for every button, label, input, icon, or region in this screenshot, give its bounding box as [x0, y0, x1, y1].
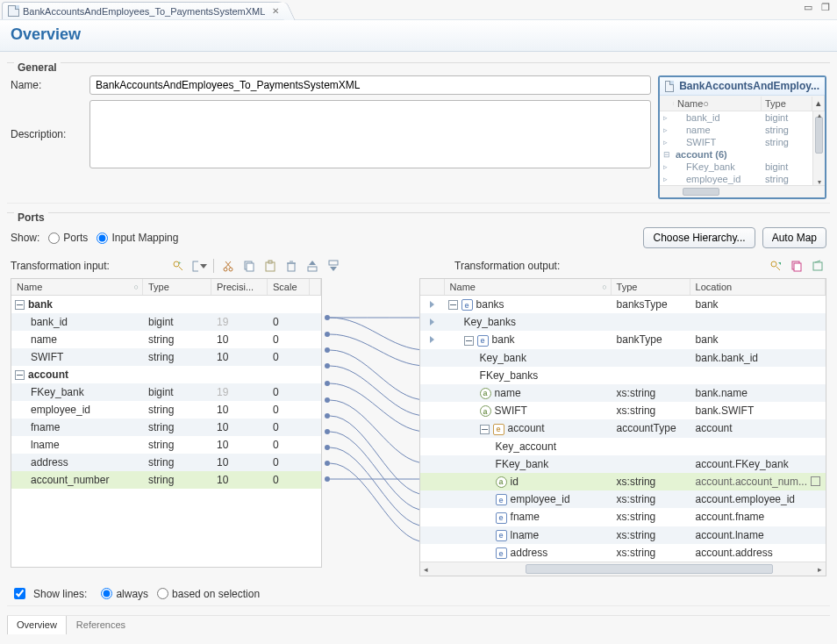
delete-icon[interactable] — [283, 257, 300, 275]
svg-point-20 — [771, 261, 776, 267]
copy-icon[interactable] — [240, 257, 258, 275]
element-icon: e — [461, 299, 473, 311]
collapse-icon[interactable] — [15, 300, 25, 310]
output-row[interactable]: elnamexs:stringaccount.lname — [420, 526, 826, 544]
show-ports-radio[interactable]: Ports — [48, 232, 88, 244]
element-icon: e — [477, 335, 489, 347]
output-horizontal-scrollbar[interactable]: ◂▸ — [420, 562, 826, 576]
output-row[interactable]: aidxs:stringaccount.account_num... — [420, 473, 826, 490]
name-input[interactable] — [89, 75, 651, 95]
new-icon[interactable] — [190, 257, 208, 275]
tab-overview[interactable]: Overview — [7, 616, 67, 634]
copy-output-icon[interactable] — [788, 257, 805, 275]
output-row[interactable]: anamexs:stringbank.name — [420, 384, 826, 402]
output-row[interactable]: FKey_bankaccount.FKey_bank — [420, 455, 826, 473]
tab-references[interactable]: References — [67, 616, 135, 634]
cut-icon[interactable] — [219, 257, 237, 275]
description-input[interactable] — [89, 100, 651, 168]
transformation-input-label: Transformation input: — [11, 260, 110, 272]
output-row[interactable]: ebankbankTypebank — [420, 331, 826, 348]
find-icon[interactable]: + — [169, 257, 187, 275]
input-row[interactable]: employee_idstring100 — [11, 401, 321, 419]
lines-always-radio[interactable]: always — [101, 588, 148, 600]
output-grid[interactable]: Name○ Type Location ebanksbanksTypebankK… — [419, 278, 826, 576]
show-input-mapping-radio[interactable]: Input Mapping — [97, 232, 178, 244]
svg-rect-10 — [247, 263, 254, 271]
sort-icon: ○ — [703, 98, 709, 109]
output-row[interactable]: eaccountaccountTypeaccount — [420, 419, 826, 437]
schema-item[interactable]: ▹SWIFTstring — [660, 136, 825, 148]
output-col-type[interactable]: Type — [612, 279, 690, 295]
output-row[interactable]: FKey_banks — [420, 367, 826, 384]
input-row[interactable]: SWIFTstring100 — [11, 348, 321, 366]
input-grid[interactable]: Name○ Type Precisi... Scale bankbank_idb… — [11, 278, 322, 568]
output-row[interactable]: efnamexs:stringaccount.fname — [420, 508, 826, 526]
svg-rect-25 — [813, 262, 822, 270]
show-lines-checkbox[interactable]: Show lines: — [11, 585, 87, 602]
input-row[interactable]: addressstring100 — [11, 454, 321, 471]
edit-location-icon[interactable] — [811, 476, 820, 486]
output-toolbar — [767, 257, 826, 275]
schema-item[interactable]: ▹bank_idbigint — [660, 111, 825, 124]
schema-horizontal-scrollbar[interactable] — [660, 185, 825, 197]
input-row[interactable]: lnamestring100 — [11, 436, 321, 454]
input-row[interactable]: bank_idbigint190 — [11, 313, 321, 331]
schema-col-up[interactable]: ▴ — [812, 96, 825, 111]
element-icon: e — [496, 494, 507, 505]
output-row[interactable]: Key_bankbank.bank_id — [420, 349, 826, 367]
input-toolbar: + — [169, 257, 342, 275]
svg-point-37 — [325, 476, 330, 482]
input-group-row[interactable]: bank — [11, 296, 321, 313]
schema-vertical-scrollbar[interactable]: ▴▾ — [812, 111, 825, 185]
schema-item[interactable]: ▹FKey_bankbigint — [660, 161, 825, 173]
input-row[interactable]: namestring100 — [11, 331, 321, 348]
output-row[interactable]: eemployee_idxs:stringaccount.employee_id — [420, 490, 826, 508]
ports-section-title: Ports — [14, 211, 48, 224]
maximize-icon[interactable]: ❐ — [821, 2, 830, 13]
attribute-icon: a — [480, 388, 491, 399]
svg-point-33 — [325, 413, 330, 419]
auto-map-button[interactable]: Auto Map — [762, 227, 826, 248]
clear-output-icon[interactable] — [809, 257, 826, 275]
schema-group[interactable]: ⊟account (6) — [660, 148, 825, 161]
output-row[interactable]: Key_account — [420, 438, 826, 455]
svg-rect-16 — [308, 267, 317, 271]
attribute-icon: a — [480, 405, 491, 417]
svg-rect-24 — [794, 263, 801, 271]
input-col-name[interactable]: Name○ — [11, 279, 143, 295]
input-col-type[interactable]: Type — [143, 279, 211, 295]
paste-icon[interactable] — [261, 257, 279, 275]
choose-hierarchy-button[interactable]: Choose Hierarchy... — [643, 227, 755, 248]
find-output-icon[interactable] — [767, 257, 784, 275]
ports-section: Ports Show: Ports Input Mapping Choose H… — [7, 212, 830, 606]
schema-item[interactable]: ▹employee_idstring — [660, 173, 825, 185]
move-down-icon[interactable] — [325, 257, 342, 275]
collapse-icon[interactable] — [464, 336, 474, 346]
schema-col-type[interactable]: Type — [762, 97, 812, 111]
input-row[interactable]: fnamestring100 — [11, 419, 321, 436]
collapse-icon[interactable] — [448, 300, 458, 310]
collapse-icon[interactable] — [15, 370, 25, 380]
input-group-row[interactable]: account — [11, 366, 321, 383]
output-col-name[interactable]: Name○ — [445, 279, 612, 295]
output-row[interactable]: eaddressxs:stringaccount.address — [420, 544, 826, 562]
schema-item[interactable]: ▹namestring — [660, 124, 825, 136]
input-row[interactable]: FKey_bankbigint190 — [11, 383, 321, 401]
output-row[interactable]: ebanksbanksTypebank — [420, 296, 826, 313]
editor-tab[interactable]: BankAccountsAndEmployees_To_PaymentsSyst… — [2, 2, 287, 19]
input-row[interactable]: account_numberstring100 — [11, 471, 321, 489]
minimize-icon[interactable]: ▭ — [804, 2, 812, 13]
collapse-icon[interactable] — [480, 425, 490, 434]
output-row[interactable]: aSWIFTxs:stringbank.SWIFT — [420, 402, 826, 419]
svg-point-31 — [325, 381, 330, 386]
lines-selection-radio[interactable]: based on selection — [157, 588, 260, 600]
close-icon[interactable]: ✕ — [272, 6, 279, 16]
general-section-title: General — [14, 61, 61, 74]
input-col-scale[interactable]: Scale — [268, 279, 310, 295]
input-col-precision[interactable]: Precisi... — [211, 279, 268, 295]
output-row[interactable]: Key_banks — [420, 313, 826, 331]
move-up-icon[interactable] — [304, 257, 321, 275]
schema-col-name[interactable]: Name○ — [674, 97, 762, 111]
output-col-location[interactable]: Location — [690, 279, 826, 295]
show-label: Show: — [11, 232, 39, 244]
